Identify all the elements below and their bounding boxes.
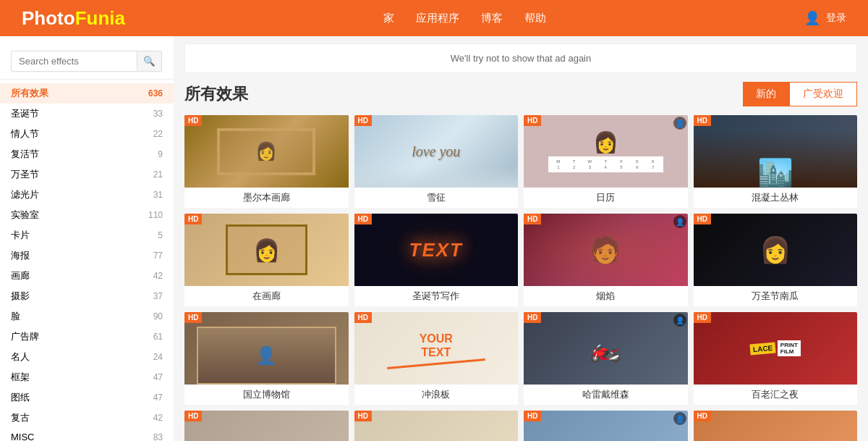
effect-card-5[interactable]: 👩 HD 在画廊: [184, 214, 349, 306]
hd-badge-9: HD: [184, 312, 202, 323]
sidebar-item-10[interactable]: 摄影37: [0, 286, 174, 306]
effects-grid: 👩 HD 墨尔本画廊 love you HD 雪征: [184, 115, 857, 441]
sidebar-item-3[interactable]: 复活节9: [0, 144, 174, 164]
effect-card-6[interactable]: TEXT HD 圣诞节写作: [354, 214, 519, 306]
person-icon-3: 👤: [673, 117, 686, 130]
filter-buttons: 新的 广受欢迎: [743, 82, 857, 106]
sidebar-item-14[interactable]: 框架47: [0, 367, 174, 387]
hd-badge-10: HD: [354, 312, 372, 323]
sidebar-item-11[interactable]: 脸90: [0, 306, 174, 327]
hd-badge-16: HD: [694, 411, 711, 421]
hd-badge-7: HD: [524, 214, 541, 224]
sidebar-item-count-4: 21: [153, 169, 163, 180]
sidebar-item-count-14: 47: [153, 372, 163, 382]
header: PhotoFunia 家 应用程序 博客 帮助 👤 登录: [0, 0, 868, 36]
search-box: 🔍: [0, 43, 174, 80]
search-button[interactable]: 🔍: [137, 51, 162, 72]
effect-label-2: 雪征: [354, 188, 519, 208]
person-icon-15: 👤: [673, 412, 686, 425]
person-icon-7: 👤: [673, 215, 686, 228]
effect-card-7[interactable]: 🧑 HD 👤 烟焰: [524, 214, 688, 306]
sidebar-item-label-10: 摄影: [11, 290, 30, 303]
sidebar-item-count-7: 5: [158, 230, 163, 240]
effect-card-3[interactable]: 👩 MTWTFSS 1234567 HD 👤 日历: [524, 115, 688, 208]
sidebar-item-count-15: 47: [153, 392, 163, 403]
sidebar-item-17[interactable]: MISC83: [0, 428, 174, 441]
effect-card-11[interactable]: 🏍️ HD 👤 哈雷戴维森: [524, 312, 688, 405]
effects-header: 所有效果 新的 广受欢迎: [184, 82, 857, 106]
sidebar-item-label-13: 名人: [11, 350, 30, 364]
effect-label-6: 圣诞节写作: [354, 286, 519, 306]
effect-label-5: 在画廊: [184, 286, 349, 306]
ad-notice-text: We'll try not to show that ad again: [451, 53, 591, 64]
sidebar-item-12[interactable]: 广告牌61: [0, 327, 174, 347]
effect-card-14[interactable]: HD: [354, 411, 519, 441]
person-icon-11: 👤: [673, 314, 686, 327]
effect-card-13[interactable]: HD: [184, 411, 349, 441]
login-link[interactable]: 登录: [826, 12, 846, 25]
effect-card-12[interactable]: LACE PRINTFILM HD 百老汇之夜: [694, 312, 858, 405]
sidebar-item-count-8: 77: [153, 251, 163, 261]
sidebar-item-count-13: 24: [153, 352, 163, 362]
sidebar-item-count-10: 37: [153, 291, 163, 301]
sidebar-item-16[interactable]: 复古42: [0, 408, 174, 428]
effect-card-10[interactable]: YOURTEXT HD 冲浪板: [354, 312, 519, 405]
effect-label-1: 墨尔本画廊: [184, 188, 349, 208]
effect-label-3: 日历: [524, 188, 688, 208]
sidebar-item-4[interactable]: 万圣节21: [0, 164, 174, 185]
logo-photo: Photo: [22, 7, 75, 30]
nav-blog[interactable]: 博客: [481, 12, 503, 25]
filter-popular-button[interactable]: 广受欢迎: [789, 82, 857, 106]
sidebar-item-9[interactable]: 画廊42: [0, 266, 174, 286]
effect-label-11: 哈雷戴维森: [524, 385, 688, 405]
sidebar-item-8[interactable]: 海报77: [0, 245, 174, 266]
sidebar-item-label-3: 复活节: [11, 148, 39, 161]
sidebar-item-1[interactable]: 圣诞节33: [0, 104, 174, 124]
sidebar-item-2[interactable]: 情人节22: [0, 124, 174, 144]
sidebar-item-count-12: 61: [153, 332, 163, 342]
effect-card-15[interactable]: HD 👤: [524, 411, 688, 441]
effect-card-9[interactable]: 👤 HD 国立博物馆: [184, 312, 349, 405]
effect-card-16[interactable]: HD: [694, 411, 858, 441]
header-right: 👤 登录: [804, 10, 846, 26]
search-input[interactable]: [11, 51, 137, 72]
sidebar-item-label-15: 图纸: [11, 391, 30, 404]
logo-funia: Funia: [75, 7, 125, 30]
hd-badge-15: HD: [524, 411, 541, 421]
filter-new-button[interactable]: 新的: [743, 82, 789, 106]
ad-notice: We'll try not to show that ad again: [184, 43, 857, 73]
sidebar-item-15[interactable]: 图纸47: [0, 387, 174, 408]
sidebar-item-0[interactable]: 所有效果636: [0, 83, 174, 104]
main-nav: 家 应用程序 博客 帮助: [383, 12, 546, 25]
effect-card-1[interactable]: 👩 HD 墨尔本画廊: [184, 115, 349, 208]
nav-help[interactable]: 帮助: [524, 12, 546, 25]
logo[interactable]: PhotoFunia: [22, 7, 125, 30]
sidebar-item-7[interactable]: 卡片5: [0, 225, 174, 245]
effect-label-9: 国立博物馆: [184, 385, 349, 405]
sidebar-item-label-16: 复古: [11, 411, 30, 424]
sidebar-item-count-9: 42: [153, 271, 163, 281]
hd-badge-3: HD: [524, 115, 541, 126]
sidebar-item-5[interactable]: 滤光片31: [0, 185, 174, 205]
hd-badge-6: HD: [354, 214, 372, 224]
sidebar-item-13[interactable]: 名人24: [0, 347, 174, 367]
hd-badge-4: HD: [694, 115, 711, 126]
effect-label-10: 冲浪板: [354, 385, 519, 405]
effects-title: 所有效果: [184, 83, 248, 105]
sidebar-item-count-0: 636: [148, 88, 163, 98]
sidebar-item-count-16: 42: [153, 413, 163, 423]
effect-card-8[interactable]: 👩 HD 万圣节南瓜: [694, 214, 858, 306]
effect-card-4[interactable]: 🏙️ HD 混凝土丛林: [694, 115, 858, 208]
sidebar-item-label-0: 所有效果: [11, 87, 48, 100]
sidebar-item-label-14: 框架: [11, 371, 30, 384]
hd-badge-12: HD: [694, 312, 711, 323]
hd-badge-2: HD: [354, 115, 372, 126]
sidebar-item-count-6: 110: [148, 210, 163, 220]
effect-card-2[interactable]: love you HD 雪征: [354, 115, 519, 208]
sidebar-item-count-1: 33: [153, 109, 163, 119]
hd-badge-13: HD: [184, 411, 202, 421]
sidebar-item-count-3: 9: [158, 149, 163, 159]
sidebar-item-6[interactable]: 实验室110: [0, 205, 174, 225]
nav-home[interactable]: 家: [383, 12, 394, 25]
nav-apps[interactable]: 应用程序: [416, 12, 459, 25]
